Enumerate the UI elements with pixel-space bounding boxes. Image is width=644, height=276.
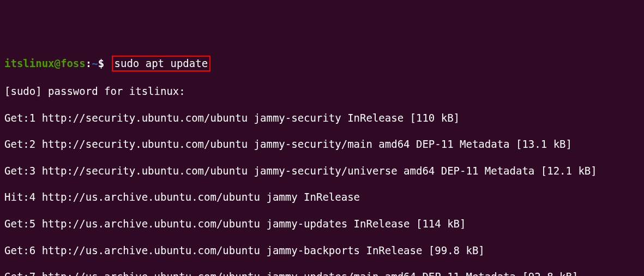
prompt-symbol: $ [98,57,104,69]
output-line: [sudo] password for itslinux: [4,85,640,98]
prompt-colon: : [86,57,92,69]
output-line: Get:6 http://us.archive.ubuntu.com/ubunt… [4,244,640,257]
output-line: Hit:4 http://us.archive.ubuntu.com/ubunt… [4,190,640,203]
output-line: Get:7 http://us.archive.ubuntu.com/ubunt… [4,270,640,276]
command-text[interactable]: sudo apt update [115,57,208,69]
prompt-path: ~ [92,57,98,69]
output-line: Get:3 http://security.ubuntu.com/ubuntu … [4,164,640,177]
output-line: Get:5 http://us.archive.ubuntu.com/ubunt… [4,217,640,230]
prompt-user: itslinux@foss [4,57,86,69]
output-line: Get:1 http://security.ubuntu.com/ubuntu … [4,111,640,124]
prompt-line-1: itslinux@foss:~$ sudo apt update [4,56,640,71]
output-line: Get:2 http://security.ubuntu.com/ubuntu … [4,137,640,151]
highlighted-command: sudo apt update [112,56,211,71]
